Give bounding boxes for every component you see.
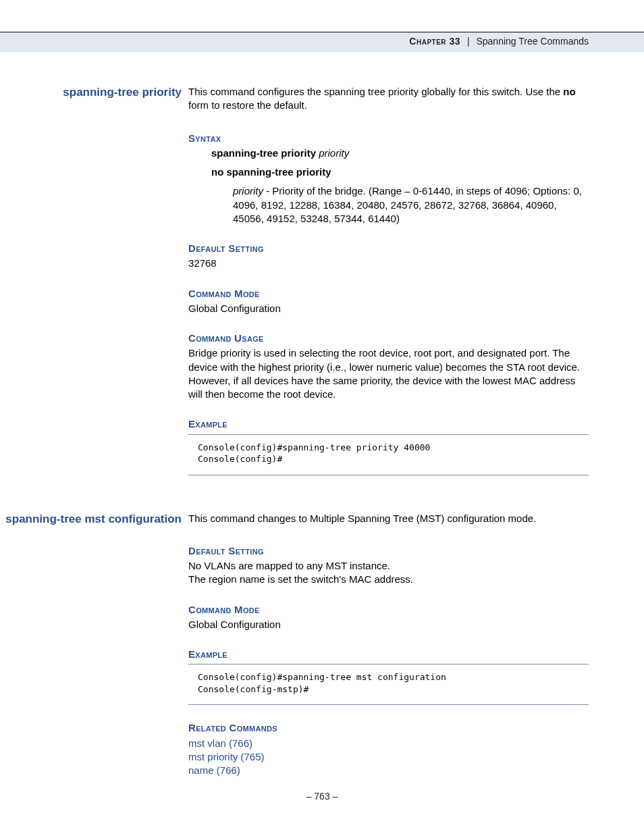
- syntax-line-1: spanning-tree priority priority: [211, 147, 589, 160]
- default-setting-value: 32768: [188, 257, 589, 270]
- example-code: Console(config)#spanning-tree priority 4…: [188, 434, 589, 475]
- page-header-band: Chapter 33 | Spanning Tree Commands: [0, 32, 644, 52]
- default-setting-block: Default Setting 32768: [188, 242, 589, 271]
- default-setting-line2: The region name is set the switch's MAC …: [188, 573, 589, 586]
- syntax-param-desc: priority - Priority of the bridge. (Rang…: [233, 184, 589, 226]
- example-block: Example Console(config)#spanning-tree pr…: [188, 417, 589, 475]
- related-link-mst-priority[interactable]: mst priority (765): [188, 750, 589, 764]
- param-name: priority: [233, 185, 263, 197]
- intro-text-a: This command configures the spanning tre…: [188, 86, 563, 97]
- related-link-mst-vlan[interactable]: mst vlan (766): [188, 737, 589, 750]
- command-section-spanning-tree-priority: spanning-tree priority This command conf…: [0, 85, 589, 475]
- command-mode-value: Global Configuration: [188, 302, 589, 315]
- command-mode-heading: Command Mode: [188, 287, 589, 301]
- command-title: spanning-tree mst configuration: [0, 512, 182, 527]
- command-mode-heading: Command Mode: [188, 603, 589, 617]
- page-number: – 763 –: [0, 791, 644, 802]
- command-body: This command changes to Multiple Spannin…: [188, 512, 589, 778]
- command-intro: This command changes to Multiple Spannin…: [188, 512, 589, 525]
- related-commands-block: Related Commands mst vlan (766) mst prio…: [188, 721, 589, 777]
- page-header-text: Chapter 33 | Spanning Tree Commands: [409, 36, 589, 47]
- param-desc: - Priority of the bridge. (Range – 0-614…: [233, 185, 582, 224]
- syntax-italic: priority: [319, 147, 349, 159]
- intro-no-keyword: no: [563, 86, 575, 97]
- page-content: spanning-tree priority This command conf…: [0, 85, 589, 814]
- command-usage-block: Command Usage Bridge priority is used in…: [188, 332, 589, 401]
- syntax-bold: spanning-tree priority: [211, 147, 319, 159]
- intro-text-b: form to restore the default.: [188, 99, 307, 111]
- command-mode-value: Global Configuration: [188, 618, 589, 631]
- command-title: spanning-tree priority: [0, 85, 182, 101]
- example-heading: Example: [188, 648, 589, 661]
- default-setting-line1: No VLANs are mapped to any MST instance.: [188, 559, 589, 573]
- command-mode-block: Command Mode Global Configuration: [188, 603, 589, 632]
- example-block: Example Console(config)#spanning-tree ms…: [188, 648, 589, 705]
- syntax-bold: no spanning-tree priority: [211, 166, 331, 178]
- command-section-spanning-tree-mst-configuration: spanning-tree mst configuration This com…: [0, 512, 589, 778]
- syntax-block: Syntax spanning-tree priority priority n…: [188, 132, 589, 226]
- default-setting-heading: Default Setting: [188, 544, 589, 558]
- related-commands-heading: Related Commands: [188, 721, 589, 735]
- command-usage-text: Bridge priority is used in selecting the…: [188, 346, 589, 401]
- command-usage-heading: Command Usage: [188, 332, 589, 345]
- syntax-heading: Syntax: [188, 132, 589, 145]
- related-link-name[interactable]: name (766): [188, 764, 589, 777]
- command-body: This command configures the spanning tre…: [188, 85, 589, 475]
- header-title: Spanning Tree Commands: [476, 36, 589, 47]
- command-intro: This command configures the spanning tre…: [188, 85, 589, 113]
- default-setting-block: Default Setting No VLANs are mapped to a…: [188, 544, 589, 587]
- command-mode-block: Command Mode Global Configuration: [188, 287, 589, 316]
- example-heading: Example: [188, 417, 589, 431]
- header-separator: |: [467, 36, 470, 47]
- default-setting-heading: Default Setting: [188, 242, 589, 255]
- chapter-label: Chapter 33: [409, 36, 460, 47]
- syntax-line-2: no spanning-tree priority: [211, 165, 589, 179]
- example-code: Console(config)#spanning-tree mst config…: [188, 664, 589, 705]
